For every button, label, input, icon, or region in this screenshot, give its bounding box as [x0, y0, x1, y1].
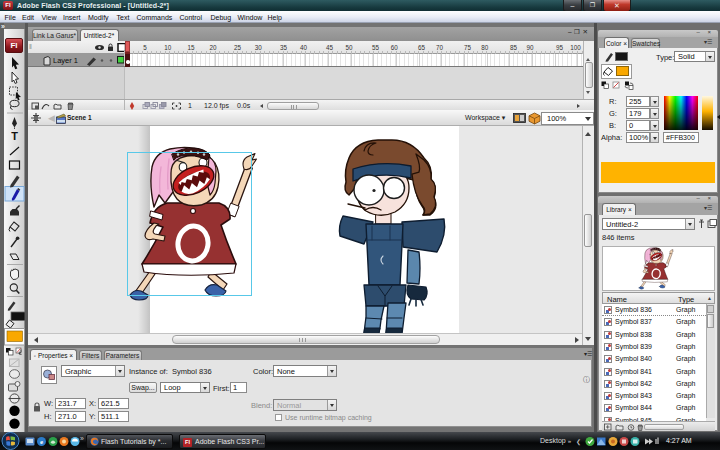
svg-text:T: T	[11, 130, 18, 142]
svg-text:e: e	[40, 438, 43, 446]
